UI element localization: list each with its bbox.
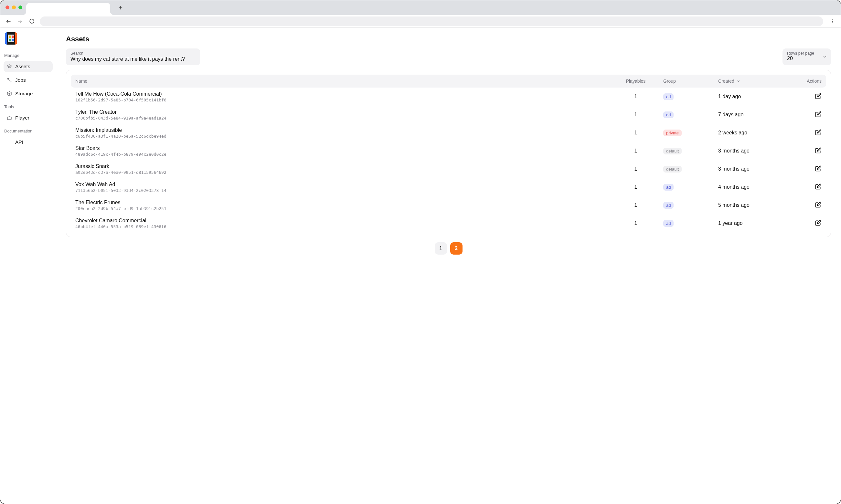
table-row[interactable]: Mission: Implausiblec6b5f436-a3f1-4a20-b… [71,124,826,142]
cell-group: ad [663,220,718,227]
table-panel: Name Playables Group Created Actions Tel… [66,70,831,237]
blank-icon [7,140,12,145]
asset-name: Vox Wah Wah Ad [75,182,608,187]
asset-name: Tyler, The Creator [75,109,608,115]
asset-id: 46bb4fef-440a-553a-b519-089eff4306f6 [75,224,608,229]
forward-button[interactable] [15,17,25,26]
group-badge: ad [663,202,674,209]
cell-group: ad [663,184,718,191]
cell-actions [786,183,822,191]
cell-name: Star Boars489adc6c-419c-4f4b-b879-e94c2e… [75,145,608,157]
cell-playables: 1 [608,184,663,190]
cell-created: 3 months ago [718,148,786,154]
edit-icon [815,220,821,226]
cell-created: 5 months ago [718,202,786,208]
edit-button[interactable] [815,201,822,209]
browser-toolbar [0,15,841,28]
asset-name: The Electric Prunes [75,200,608,205]
svg-point-4 [832,19,833,20]
cube-icon [7,91,12,96]
svg-rect-10 [7,117,11,120]
sidebar-item-label: Player [15,115,30,121]
edit-icon [815,183,821,190]
table-row[interactable]: Tell Me How (Coca-Cola Commercial)162f1b… [71,88,826,106]
reload-button[interactable] [27,17,37,26]
table-row[interactable]: Vox Wah Wah Ad711356b2-b051-5033-93d4-2c… [71,178,826,196]
cell-name: The Electric Prunes200caea2-2d9b-54a7-bf… [75,200,608,211]
table-row[interactable]: Chevrolet Camaro Commercial46bb4fef-440a… [71,214,826,232]
cell-actions [786,147,822,155]
table-row[interactable]: Tyler, The Creatorc706bfb5-043d-5e84-919… [71,106,826,124]
main-content: Assets Search Rows per page 20 Name [56,28,841,504]
th-created[interactable]: Created [718,78,786,84]
cell-group: ad [663,202,718,209]
rows-per-page-select[interactable]: Rows per page 20 [783,49,831,65]
browser-tab[interactable] [26,3,110,15]
reload-icon [29,18,35,24]
sidebar-item-api[interactable]: API [3,137,53,148]
table-row[interactable]: Star Boars489adc6c-419c-4f4b-b879-e94c2e… [71,142,826,160]
cell-created: 4 months ago [718,184,786,190]
sidebar-item-label: API [15,139,23,145]
asset-id: 200caea2-2d9b-54a7-bfd9-1ab391c2b251 [75,206,608,211]
group-badge: ad [663,93,674,100]
window-minimize-button[interactable] [12,5,16,10]
new-tab-button[interactable] [116,3,125,12]
cell-created: 3 months ago [718,166,786,172]
cell-created: 1 day ago [718,94,786,100]
sidebar-item-storage[interactable]: Storage [3,88,53,99]
svg-point-5 [832,21,833,21]
group-badge: ad [663,184,674,191]
search-label: Search [70,51,196,56]
asset-name: Tell Me How (Coca-Cola Commercial) [75,91,608,97]
page-button-2[interactable]: 2 [450,242,463,255]
th-group: Group [663,78,718,84]
cell-actions [786,165,822,173]
table-row[interactable]: Jurassic Snarka02e643d-d37a-4ea0-9951-d8… [71,160,826,178]
asset-name: Jurassic Snark [75,163,608,169]
cell-name: Chevrolet Camaro Commercial46bb4fef-440a… [75,218,608,229]
browser-titlebar [0,0,841,15]
table-row[interactable]: The Electric Prunes200caea2-2d9b-54a7-bf… [71,196,826,214]
page-title: Assets [66,35,831,43]
browser-menu-button[interactable] [828,17,838,26]
edit-icon [815,202,821,208]
group-badge: ad [663,220,674,227]
window-close-button[interactable] [5,5,10,10]
sidebar: Manage Assets Jobs Storage Tools [0,28,56,504]
asset-id: 489adc6c-419c-4f4b-b879-e94c2e0d0c2e [75,152,608,157]
app-logo[interactable] [5,32,17,44]
edit-button[interactable] [815,111,822,118]
cell-name: Tyler, The Creatorc706bfb5-043d-5e84-919… [75,109,608,121]
chevron-down-icon [736,79,740,83]
arrow-right-icon [17,18,23,24]
cell-playables: 1 [608,166,663,172]
arrow-left-icon [5,18,11,24]
group-badge: default [663,148,682,155]
sidebar-section-documentation: Documentation [4,129,53,133]
edit-button[interactable] [815,219,822,227]
cell-playables: 1 [608,148,663,154]
cell-actions [786,219,822,228]
edit-button[interactable] [815,129,822,136]
address-bar[interactable] [40,17,823,26]
edit-button[interactable] [815,93,822,100]
page-button-1[interactable]: 1 [435,242,447,255]
sidebar-item-jobs[interactable]: Jobs [3,75,53,86]
sidebar-item-player[interactable]: Player [3,112,53,123]
sidebar-item-assets[interactable]: Assets [3,61,53,72]
edit-button[interactable] [815,183,822,190]
edit-button[interactable] [815,165,822,172]
search-input[interactable] [70,56,196,62]
cell-actions [786,129,822,137]
controls-row: Search Rows per page 20 [66,49,831,65]
browser-window: Manage Assets Jobs Storage Tools [0,0,841,504]
sidebar-item-label: Assets [15,64,30,70]
cell-name: Tell Me How (Coca-Cola Commercial)162f1b… [75,91,608,103]
back-button[interactable] [3,17,13,26]
rows-per-page-value: 20 [787,56,819,61]
search-box[interactable]: Search [66,49,200,65]
edit-button[interactable] [815,147,822,154]
window-zoom-button[interactable] [18,5,22,10]
edit-icon [815,111,821,118]
